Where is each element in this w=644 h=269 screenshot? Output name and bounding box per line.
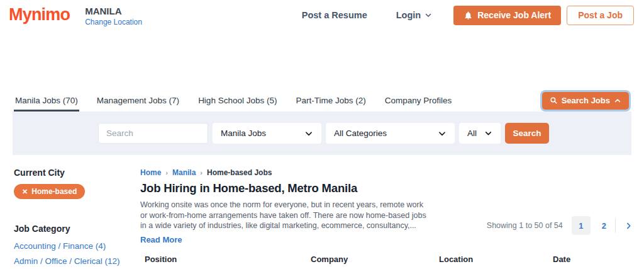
tab-manila-jobs[interactable]: Manila Jobs (70) (14, 89, 79, 112)
category-link-accounting-finance[interactable]: Accounting / Finance (4) (14, 241, 139, 251)
active-filter-chip[interactable]: ✕ Home-based (14, 184, 85, 199)
breadcrumb-separator: › (200, 169, 203, 176)
current-location-label: MANILA (85, 6, 142, 16)
column-header-location: Location (439, 255, 553, 264)
results-bar: Showing 1 to 50 of 54 1 2 (487, 216, 633, 235)
chevron-down-icon (425, 11, 432, 19)
post-a-job-label: Post a Job (578, 10, 623, 20)
login-menu[interactable]: Login (396, 10, 432, 20)
receive-job-alert-button[interactable]: Receive Job Alert (453, 6, 561, 25)
pagination-next-button[interactable] (625, 222, 633, 230)
tab-management-jobs[interactable]: Management Jobs (7) (96, 89, 180, 112)
search-jobs-toggle-button[interactable]: Search Jobs (542, 92, 629, 110)
active-filter-label: Home-based (31, 187, 77, 196)
chevron-down-icon (304, 129, 313, 138)
breadcrumb-separator: › (165, 169, 168, 176)
job-table-header: Position Company Location Date (140, 255, 633, 269)
current-city-heading: Current City (14, 168, 139, 178)
pagination-page-2[interactable]: 2 (602, 221, 606, 231)
search-input[interactable] (98, 123, 208, 144)
close-icon[interactable]: ✕ (22, 188, 28, 195)
tab-high-school-jobs[interactable]: High School Jobs (5) (197, 89, 278, 112)
tab-company-profiles[interactable]: Company Profiles (384, 89, 453, 112)
results-count-label: Showing 1 to 50 of 54 (487, 221, 563, 230)
chevron-right-icon (625, 222, 633, 230)
receive-job-alert-label: Receive Job Alert (477, 10, 551, 20)
category-select[interactable]: All Categories (326, 123, 455, 144)
column-header-position: Position (145, 255, 311, 264)
search-submit-button[interactable]: Search (505, 123, 549, 144)
category-list: Accounting / Finance (4) Admin / Office … (14, 241, 139, 269)
column-header-date: Date (553, 255, 633, 264)
read-more-link[interactable]: Read More (140, 235, 182, 244)
page-title: Job Hiring in Home-based, Metro Manila (140, 181, 633, 195)
breadcrumb-home[interactable]: Home (140, 168, 161, 177)
tab-bar: Manila Jobs (70) Management Jobs (7) Hig… (0, 89, 644, 112)
column-header-company: Company (311, 255, 439, 264)
header: Mynimo MANILA Change Location Post a Res… (0, 0, 644, 29)
range-select-value: All (467, 129, 477, 138)
header-actions: Post a Resume Login Receive Job Alert Po… (302, 5, 634, 25)
search-filter-panel: Manila Jobs All Categories All Search (13, 112, 631, 155)
login-label: Login (396, 10, 421, 20)
location-block: MANILA Change Location (85, 5, 142, 26)
chevron-down-icon (438, 129, 447, 138)
search-icon (550, 96, 558, 105)
scope-select-value: Manila Jobs (221, 129, 266, 138)
post-a-job-button[interactable]: Post a Job (567, 6, 634, 25)
search-jobs-label: Search Jobs (562, 96, 610, 105)
main-panel: Home › Manila › Home-based Jobs Job Hiri… (139, 155, 644, 269)
range-select[interactable]: All (459, 123, 501, 144)
breadcrumb-manila[interactable]: Manila (172, 168, 196, 177)
chevron-up-icon (614, 97, 621, 105)
category-link-admin-office-clerical[interactable]: Admin / Office / Clerical (12) (14, 256, 139, 266)
mynimo-logo[interactable]: Mynimo (9, 5, 70, 24)
pagination-divider (615, 219, 616, 232)
header-gap (0, 29, 644, 89)
content: Current City ✕ Home-based Job Category A… (0, 155, 644, 269)
category-select-value: All Categories (334, 129, 387, 138)
sidebar-filters: Current City ✕ Home-based Job Category A… (0, 155, 139, 269)
pagination-page-1[interactable]: 1 (572, 216, 591, 235)
bell-icon (464, 11, 473, 20)
chevron-down-icon (484, 129, 492, 137)
post-resume-link[interactable]: Post a Resume (302, 10, 367, 20)
page-description: Working onsite was once the norm for eve… (140, 200, 427, 231)
tab-part-time-jobs[interactable]: Part-Time Jobs (2) (294, 89, 367, 112)
job-category-heading: Job Category (14, 224, 139, 234)
breadcrumb-current: Home-based Jobs (207, 168, 272, 177)
breadcrumb: Home › Manila › Home-based Jobs (140, 168, 633, 177)
change-location-link[interactable]: Change Location (85, 18, 142, 26)
scope-select[interactable]: Manila Jobs (213, 123, 321, 144)
